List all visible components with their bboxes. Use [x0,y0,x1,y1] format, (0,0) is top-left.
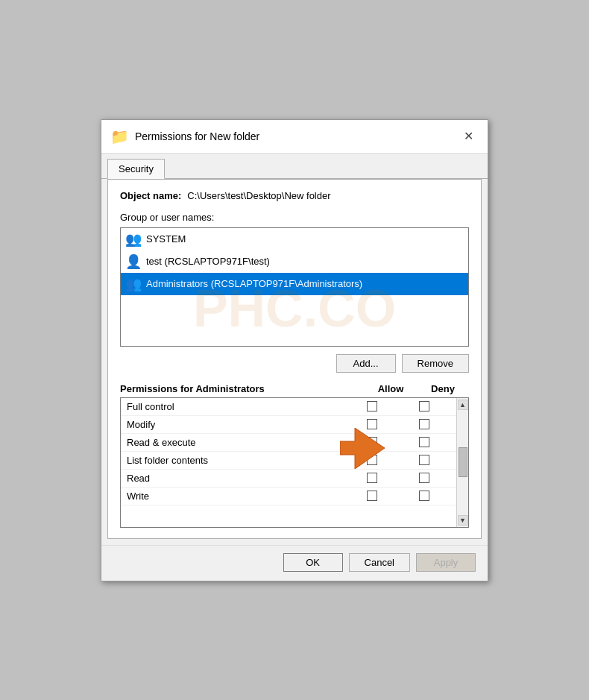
checkbox-deny-modify[interactable] [419,419,429,429]
add-button[interactable]: Add... [336,354,396,373]
perm-name-listfolder: List folder contents [127,455,346,466]
admins-icon: 👥 [125,276,142,292]
ok-button[interactable]: OK [283,553,343,572]
perm-row-fullcontrol: Full control [121,398,456,416]
checkbox-allow-fullcontrol[interactable] [367,401,377,412]
scroll-thumb[interactable] [459,447,467,477]
permissions-header: Permissions for Administrators Allow Den… [120,383,469,394]
perm-row-modify: Modify [121,416,456,434]
perm-deny-read[interactable] [398,473,450,483]
perm-allow-read[interactable] [346,473,398,483]
dialog-title: Permissions for New folder [135,130,259,142]
perm-allow-readexecute[interactable] [346,437,398,447]
perm-allow-fullcontrol[interactable] [346,401,398,412]
perm-allow-modify[interactable] [346,419,398,429]
perm-row-write: Write [121,488,456,505]
checkbox-deny-read[interactable] [419,473,429,483]
perm-row-read: Read [121,470,456,488]
user-list[interactable]: 👥 SYSTEM 👤 test (RCSLAPTOP971F\test) 👥 A… [120,227,469,347]
perm-name-read: Read [127,473,346,484]
user-label-test: test (RCSLAPTOP971F\test) [146,256,270,267]
perm-name-write: Write [127,491,346,502]
perm-deny-write[interactable] [398,491,450,501]
permissions-dialog: 📁 Permissions for New folder ✕ Security … [101,119,488,581]
perm-name-fullcontrol: Full control [127,401,346,412]
title-bar-left: 📁 Permissions for New folder [110,127,259,145]
user-item-admins[interactable]: 👥 Administrators (RCSLAPTOP971F\Administ… [121,273,468,295]
permissions-table: Full control Modify [120,397,469,528]
perm-row-readexecute: Read & execute [121,434,456,452]
object-name-label: Object name: [120,190,181,201]
perm-name-modify: Modify [127,419,346,430]
apply-button[interactable]: Apply [416,553,476,572]
checkbox-allow-modify[interactable] [367,419,377,429]
user-label-system: SYSTEM [146,233,186,245]
cancel-button[interactable]: Cancel [349,553,410,572]
add-remove-row: Add... Remove [120,354,469,373]
permissions-scrollbar[interactable]: ▲ ▼ [456,398,468,527]
col-deny-header: Deny [417,383,469,394]
title-bar: 📁 Permissions for New folder ✕ [101,120,488,154]
perm-table-inner: Full control Modify [121,398,456,527]
perm-allow-write[interactable] [346,491,398,501]
group-label: Group or user names: [120,212,469,223]
perm-deny-modify[interactable] [398,419,450,429]
perm-name-readexecute: Read & execute [127,437,346,448]
scroll-up-arrow[interactable]: ▲ [458,400,468,410]
perm-row-listfolder: List folder contents [121,452,456,470]
checkbox-deny-listfolder[interactable] [419,455,429,465]
checkbox-deny-write[interactable] [419,491,429,501]
checkbox-allow-listfolder[interactable] [367,455,377,465]
object-name-row: Object name: C:\Users\test\Desktop\New f… [120,190,469,201]
tab-security[interactable]: Security [107,159,165,179]
perm-deny-readexecute[interactable] [398,437,450,447]
dialog-body: Object name: C:\Users\test\Desktop\New f… [107,179,482,539]
user-item-system[interactable]: 👥 SYSTEM [121,228,468,250]
perm-deny-listfolder[interactable] [398,455,450,465]
col-allow-header: Allow [365,383,417,394]
folder-icon: 📁 [110,127,129,145]
permissions-title: Permissions for Administrators [120,383,365,394]
user-item-test[interactable]: 👤 test (RCSLAPTOP971F\test) [121,250,468,273]
object-name-value: C:\Users\test\Desktop\New folder [187,190,330,201]
close-button[interactable]: ✕ [458,126,479,147]
tabs-bar: Security [101,154,488,179]
checkbox-allow-write[interactable] [367,491,377,501]
scroll-down-arrow[interactable]: ▼ [458,515,468,526]
checkbox-deny-readexecute[interactable] [419,437,429,447]
permissions-area: Permissions for Administrators Allow Den… [120,383,469,528]
checkbox-allow-read[interactable] [367,473,377,483]
remove-button[interactable]: Remove [402,354,469,373]
checkbox-deny-fullcontrol[interactable] [419,401,429,412]
user-label-admins: Administrators (RCSLAPTOP971F\Administra… [146,278,362,289]
dialog-footer: OK Cancel Apply [101,545,488,581]
perm-deny-fullcontrol[interactable] [398,401,450,412]
test-icon: 👤 [125,253,142,270]
system-icon: 👥 [125,231,142,247]
checkbox-allow-readexecute[interactable] [367,437,377,447]
perm-allow-listfolder[interactable] [346,455,398,465]
